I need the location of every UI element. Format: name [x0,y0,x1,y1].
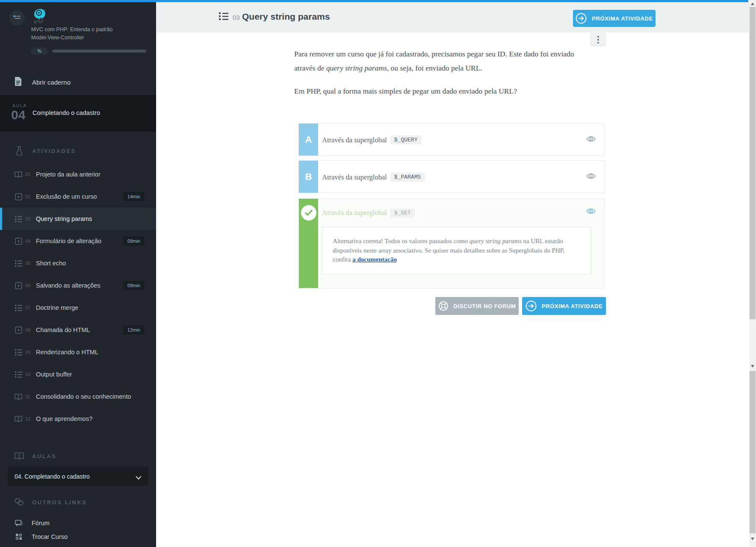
answer-options: A Através da superglobal $_QUERY B Atrav… [298,123,605,288]
eye-icon-active[interactable] [586,207,596,217]
activity-number: 09 [25,350,32,355]
next-activity-button-bottom[interactable]: PRÓXIMA ATIVIDADE [522,297,606,315]
option-c-correct-marker [299,199,318,288]
activity-item-06[interactable]: 06 Salvando as alterações 09min [0,274,156,297]
question-p1-after: , ou seja, foi enviado pela URL. [387,64,482,72]
scrollbar-thumb[interactable] [750,7,756,319]
flask-icon [14,146,24,156]
lesson-select-dropdown[interactable]: 04. Completando o cadastro [8,467,148,486]
course-title-line2: Model-View-Controller [31,34,134,42]
notebook-icon [15,77,22,88]
book-icon [14,171,23,178]
course-logo [30,7,48,26]
trocar-curso-link[interactable]: Trocar Curso [0,530,156,543]
activity-title: Query string params [242,12,330,22]
open-notebook-label: Abrir caderno [32,79,71,86]
activity-item-08[interactable]: 08 Chamada do HTML 12min [0,319,156,341]
list-icon [14,305,23,311]
activity-item-12[interactable]: 12 O que aprendemos? [0,408,156,430]
duration-badge: 09min [123,236,145,246]
activity-label: Chamada do HTML [36,326,90,333]
activity-number: 02 [25,194,32,199]
book-icon [14,416,23,422]
top-accent-line [0,0,748,2]
option-c-text: Através da superglobal [322,209,387,217]
feedback-box: Alternativa correta! Todos os valores pa… [322,227,591,274]
activity-item-03-active[interactable]: 03 Query string params [0,208,156,230]
chevron-down-icon [136,474,142,482]
activity-label: Doctrine merge [36,304,78,311]
activity-label: Exclusão de um curso [36,193,97,200]
scrollbar-thumb-lower[interactable] [750,371,756,533]
list-icon [14,260,23,267]
activity-item-07[interactable]: 07 Doctrine merge [0,297,156,319]
app-window: MVC com PHP: Entenda o padrão Model-View… [0,0,756,547]
kebab-dot [597,39,599,41]
next-activity-label: PRÓXIMA ATIVIDADE [592,15,653,22]
activities-section-header: ATIVIDADES [0,144,156,158]
eye-icon[interactable] [586,135,596,144]
collapse-sidebar-button[interactable] [9,10,25,26]
activity-number: 08 [25,327,32,332]
activities-section-label: ATIVIDADES [32,148,76,154]
activity-label: Projeto da aula anterior [36,171,100,178]
lifebuoy-icon [438,301,449,311]
current-lesson-banner: AULA 04 Completando o cadastro [0,95,156,132]
video-icon [14,282,23,289]
scroll-down-arrow-bottom[interactable] [751,538,754,540]
activity-item-10[interactable]: 10 Output buffer [0,363,156,385]
option-b[interactable]: B Através da superglobal $_PARAMS [298,160,605,193]
book-icon [14,394,23,400]
list-icon [14,371,23,378]
open-notebook-button[interactable]: Abrir caderno [0,72,156,92]
lesson-title: Completando o cadastro [32,109,100,116]
footer-actions: DISCUTIR NO FORUM PRÓXIMA ATIVIDADE [435,297,606,315]
collapse-arrow-icon [13,15,21,22]
option-b-letter: B [299,161,318,193]
activity-number: 05 [25,261,32,266]
activity-item-05[interactable]: 05 Short echo [0,252,156,274]
feedback-italic: query string params [470,238,522,244]
next-activity-button-top[interactable]: PRÓXIMA ATIVIDADE [573,10,656,27]
activity-item-04[interactable]: 04 Formulário de alteração 09min [0,230,156,252]
option-a-text: Através da superglobal [322,136,387,144]
question-paragraph-2: Em PHP, qual a forma mais simples de peg… [294,84,576,98]
question-text: Para remover um curso que já foi cadastr… [294,47,576,98]
activity-label: Renderizando o HTML [36,349,98,356]
duration-badge: 14min [123,192,145,201]
activity-label: Salvando as alterações [36,282,100,289]
eye-icon[interactable] [586,172,596,182]
activity-item-01[interactable]: 01 Projeto da aula anterior [0,163,156,185]
activity-item-09[interactable]: 09 Renderizando o HTML [0,341,156,363]
option-b-text: Através da superglobal [322,173,387,182]
activity-label: Short echo [36,260,66,267]
scroll-down-arrow[interactable] [751,365,754,368]
video-icon [14,193,23,200]
list-icon [14,216,23,222]
option-c-correct[interactable]: Através da superglobal $_GET Alternativa… [298,198,605,288]
aulas-section-header: AULAS [0,449,156,463]
activity-item-11[interactable]: 11 Consolidando o seu conhecimento [0,385,156,408]
option-a[interactable]: A Através da superglobal $_QUERY [298,123,605,156]
activity-item-02[interactable]: 02 Exclusão de um curso 14min [0,185,156,208]
option-a-code: $_QUERY [390,135,422,144]
outros-links-section-label: OUTROS LINKS [32,499,87,506]
video-icon [14,326,23,334]
activity-label: O que aprendemos? [36,415,92,422]
activity-number: 10 [25,372,32,377]
course-progress: % [31,47,146,55]
course-title: MVC com PHP: Entenda o padrão Model-View… [31,26,134,42]
documentation-link[interactable]: a documentação [352,256,397,263]
lesson-select-value: 04. Completando o cadastro [15,473,90,480]
list-icon [14,349,23,356]
kebab-dot [597,42,599,44]
vertical-scrollbar[interactable] [749,0,756,547]
arrow-circle-right-icon [576,13,587,24]
more-options-button[interactable] [590,32,606,47]
forum-link[interactable]: Fórum [0,517,156,529]
scroll-up-arrow[interactable] [751,3,754,5]
activity-type-list-icon [219,12,228,22]
discuss-forum-button[interactable]: DISCUTIR NO FORUM [435,297,519,315]
activity-number: 03 [233,14,240,21]
trocar-curso-label: Trocar Curso [32,533,68,540]
